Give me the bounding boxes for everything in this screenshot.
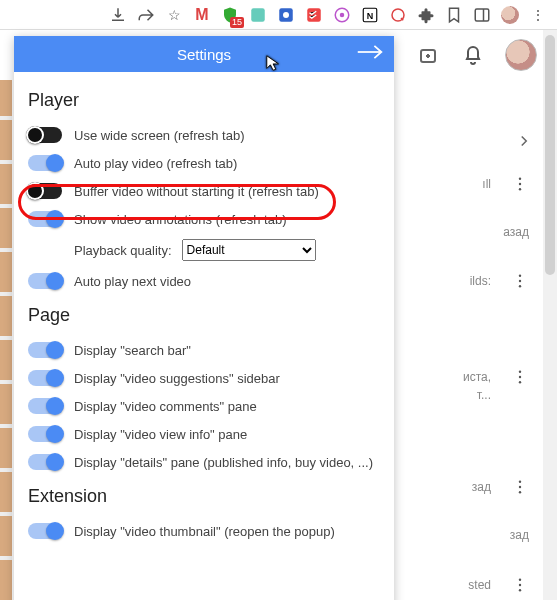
toggle-comments[interactable]: [28, 398, 62, 414]
toggle-label: Display "video suggestions" sidebar: [74, 371, 280, 386]
toggle-suggestions[interactable]: [28, 370, 62, 386]
kebab-icon[interactable]: [511, 368, 529, 386]
download-icon[interactable]: [109, 6, 127, 24]
settings-header: Settings: [14, 36, 394, 72]
svg-point-12: [519, 178, 521, 180]
extension-icon-purple[interactable]: [333, 6, 351, 24]
svg-point-26: [519, 589, 521, 591]
toggle-row-buffer: Buffer video without starting it (refres…: [28, 177, 380, 205]
extension-icon-2[interactable]: [277, 6, 295, 24]
bg-list-item-6: sted: [468, 576, 529, 594]
toggle-details[interactable]: [28, 454, 62, 470]
settings-title: Settings: [14, 46, 394, 63]
svg-rect-0: [251, 8, 265, 22]
toggle-label: Show video annotations (refresh tab): [74, 212, 286, 227]
svg-point-22: [519, 486, 521, 488]
toggle-row-autoplay: Auto play video (refresh tab): [28, 149, 380, 177]
toggle-search-bar[interactable]: [28, 342, 62, 358]
toggle-label: Auto play video (refresh tab): [74, 156, 237, 171]
bookmark-icon[interactable]: [445, 6, 463, 24]
notifications-icon[interactable]: [461, 43, 485, 67]
toggle-label: Buffer video without starting it (refres…: [74, 184, 319, 199]
svg-point-25: [519, 584, 521, 586]
section-player-heading: Player: [28, 90, 380, 111]
settings-panel: Settings Player Use wide screen (refresh…: [14, 36, 394, 600]
svg-point-20: [519, 381, 521, 383]
svg-point-18: [519, 371, 521, 373]
bg-text: азад: [503, 225, 529, 239]
extension-shield-icon[interactable]: 15: [221, 6, 239, 24]
toggle-autoplay[interactable]: [28, 155, 62, 171]
svg-point-13: [519, 183, 521, 185]
todoist-icon[interactable]: [305, 6, 323, 24]
gmail-icon[interactable]: M: [193, 6, 211, 24]
bg-list-item-4: иста, т...: [463, 368, 529, 402]
toggle-label: Auto play next video: [74, 274, 191, 289]
share-icon[interactable]: [137, 6, 155, 24]
svg-point-5: [340, 12, 345, 17]
cursor-icon: [265, 54, 283, 72]
svg-point-2: [283, 12, 289, 18]
svg-point-19: [519, 376, 521, 378]
svg-point-16: [519, 280, 521, 282]
toggle-row-details: Display "details" pane (published info, …: [28, 448, 380, 476]
svg-point-21: [519, 481, 521, 483]
bg-list-item-2: азад: [503, 225, 529, 239]
background-left-sliver: [0, 80, 12, 600]
bg-text: ilds:: [470, 274, 491, 288]
toggle-row-view-info: Display "video view info" pane: [28, 420, 380, 448]
svg-point-24: [519, 579, 521, 581]
toggle-row-wide-screen: Use wide screen (refresh tab): [28, 121, 380, 149]
kebab-menu-icon[interactable]: ⋮: [529, 6, 547, 24]
playback-quality-select[interactable]: Default: [182, 239, 316, 261]
svg-rect-9: [475, 9, 489, 21]
toggle-row-search-bar: Display "search bar": [28, 336, 380, 364]
badge-count: 15: [230, 17, 244, 28]
bg-list-item-1: ıll: [482, 175, 529, 193]
bg-text: иста,: [463, 370, 491, 384]
toggle-thumbnail[interactable]: [28, 523, 62, 539]
toggle-annotations[interactable]: [28, 211, 62, 227]
browser-toolbar: ☆ M 15 N ⋮: [0, 0, 557, 30]
toggle-row-suggestions: Display "video suggestions" sidebar: [28, 364, 380, 392]
profile-avatar-icon[interactable]: [501, 6, 519, 24]
notion-icon[interactable]: N: [361, 6, 379, 24]
kebab-icon[interactable]: [511, 272, 529, 290]
toggle-autoplay-next[interactable]: [28, 273, 62, 289]
user-avatar[interactable]: [505, 39, 537, 71]
toggle-label: Display "details" pane (published info, …: [74, 455, 373, 470]
toggle-row-thumbnail: Display "video thumbnail" (reopen the po…: [28, 517, 380, 545]
toggle-label: Display "search bar": [74, 343, 191, 358]
toggle-label: Display "video view info" pane: [74, 427, 247, 442]
extensions-puzzle-icon[interactable]: [417, 6, 435, 24]
section-extension-heading: Extension: [28, 486, 380, 507]
sidepanel-icon[interactable]: [473, 6, 491, 24]
chevron-right-icon[interactable]: [515, 132, 533, 150]
bg-text: зад: [472, 480, 491, 494]
playback-quality-row: Playback quality: Default: [28, 233, 380, 267]
toggle-label: Use wide screen (refresh tab): [74, 128, 245, 143]
bg-text: т...: [477, 388, 491, 402]
svg-point-14: [519, 188, 521, 190]
kebab-icon[interactable]: [511, 175, 529, 193]
playback-quality-label: Playback quality:: [74, 243, 172, 258]
toggle-buffer[interactable]: [28, 183, 62, 199]
forward-arrow-icon[interactable]: [356, 42, 384, 66]
kebab-icon[interactable]: [511, 478, 529, 496]
star-icon[interactable]: ☆: [165, 6, 183, 24]
bg-text: sted: [468, 578, 491, 592]
toggle-view-info[interactable]: [28, 426, 62, 442]
section-page-heading: Page: [28, 305, 380, 326]
toggle-row-autoplay-next: Auto play next video: [28, 267, 380, 295]
toggle-label: Display "video comments" pane: [74, 399, 257, 414]
kebab-icon[interactable]: [511, 576, 529, 594]
bg-text: ıll: [482, 177, 491, 191]
svg-rect-3: [307, 8, 321, 22]
svg-point-23: [519, 491, 521, 493]
svg-point-15: [519, 275, 521, 277]
extension-icon-q[interactable]: [389, 6, 407, 24]
settings-body: Player Use wide screen (refresh tab) Aut…: [14, 72, 394, 600]
toggle-wide-screen[interactable]: [28, 127, 62, 143]
create-icon[interactable]: [417, 43, 441, 67]
extension-icon-1[interactable]: [249, 6, 267, 24]
